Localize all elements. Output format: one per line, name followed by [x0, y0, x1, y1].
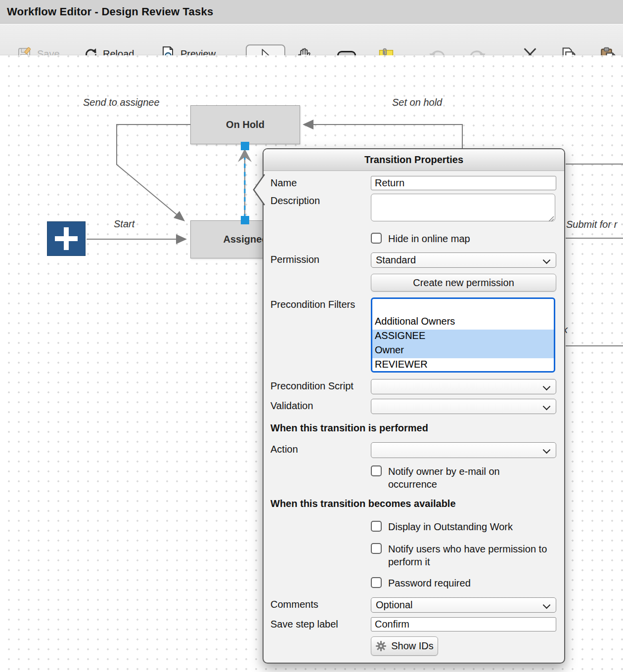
chevron-down-icon	[543, 383, 551, 391]
gear-icon	[375, 640, 387, 652]
transition-label-send-to-assignee[interactable]: Send to assignee	[83, 97, 160, 108]
permission-label: Permission	[270, 252, 371, 265]
password-required-checkbox[interactable]	[371, 577, 382, 588]
show-ids-label: Show IDs	[391, 640, 434, 652]
name-label: Name	[270, 176, 371, 189]
action-label: Action	[270, 442, 371, 455]
display-outstanding-label: Display in Outstanding Work	[388, 520, 513, 533]
hide-in-online-map-label: Hide in online map	[388, 232, 470, 245]
section-header-performed: When this transition is performed	[270, 422, 556, 434]
list-item[interactable]	[372, 299, 554, 315]
comments-select[interactable]: Optional	[371, 597, 556, 613]
notify-users-checkbox[interactable]	[371, 543, 382, 554]
permission-select[interactable]: Standard	[371, 252, 556, 268]
precondition-script-label: Precondition Script	[270, 379, 371, 392]
comments-label: Comments	[270, 597, 371, 610]
page-title: Workflow Editor - Design Review Tasks	[7, 5, 213, 18]
permission-value: Standard	[376, 254, 416, 266]
dialog-callout-notch	[252, 174, 265, 206]
chevron-down-icon	[543, 403, 551, 411]
dialog-body: Name Description Hide in online map Perm…	[264, 171, 564, 663]
start-node[interactable]	[47, 221, 86, 256]
save-step-label-label: Save step label	[270, 617, 371, 630]
transition-label-set-on-hold[interactable]: Set on hold	[392, 97, 442, 108]
precondition-script-select[interactable]	[371, 379, 556, 394]
list-item[interactable]: Additional Owners	[372, 315, 554, 330]
dialog-title-bar[interactable]: Transition Properties	[264, 149, 564, 171]
comments-value: Optional	[376, 599, 413, 611]
hide-in-online-map-checkbox[interactable]	[371, 233, 382, 244]
chevron-down-icon	[543, 601, 551, 609]
node-label: On Hold	[226, 119, 265, 130]
notify-owner-checkbox[interactable]	[371, 465, 382, 476]
toolbar: Save Reload Preview	[0, 24, 623, 55]
validation-select[interactable]	[371, 399, 556, 414]
transition-properties-dialog: Transition Properties Name Description H…	[263, 148, 565, 664]
transition-endpoint-handle-bottom[interactable]	[241, 216, 249, 224]
list-item[interactable]: REVIEWER	[372, 358, 554, 373]
chevron-down-icon	[543, 256, 551, 264]
step-node-on-hold[interactable]: On Hold	[190, 105, 300, 144]
workflow-editor-window: { "window": { "title": "Workflow Editor …	[0, 0, 623, 672]
transition-endpoint-handle-top[interactable]	[241, 142, 249, 150]
section-header-available: When this transition becomes available	[270, 498, 556, 509]
description-textarea[interactable]	[371, 194, 555, 221]
display-outstanding-checkbox[interactable]	[371, 521, 382, 532]
validation-label: Validation	[270, 399, 371, 412]
precondition-filters-label: Precondition Filters	[270, 297, 371, 310]
description-label: Description	[270, 194, 371, 207]
save-step-label-input[interactable]	[371, 617, 556, 631]
transition-label-submit-for[interactable]: Submit for r	[566, 219, 617, 230]
notify-owner-label: Notify owner by e-mail on occurrence	[388, 465, 551, 491]
password-required-label: Password required	[388, 577, 471, 589]
action-select[interactable]	[371, 442, 556, 458]
notify-users-label: Notify users who have permission to perf…	[388, 543, 554, 568]
name-input[interactable]	[371, 176, 556, 190]
window-title-bar: Workflow Editor - Design Review Tasks	[0, 0, 623, 24]
dialog-title: Transition Properties	[364, 154, 463, 166]
node-label: Assignee	[223, 234, 267, 245]
list-item-selected[interactable]: Owner	[372, 344, 554, 358]
list-item-selected[interactable]: ASSIGNEE	[372, 330, 554, 344]
chevron-down-icon	[543, 446, 551, 454]
plus-icon	[64, 227, 69, 250]
transition-label-start[interactable]: Start	[114, 218, 134, 230]
precondition-filters-listbox[interactable]: Additional Owners ASSIGNEE Owner REVIEWE…	[371, 297, 555, 373]
show-ids-button[interactable]: Show IDs	[371, 636, 438, 656]
create-new-permission-button[interactable]: Create new permission	[371, 274, 556, 292]
